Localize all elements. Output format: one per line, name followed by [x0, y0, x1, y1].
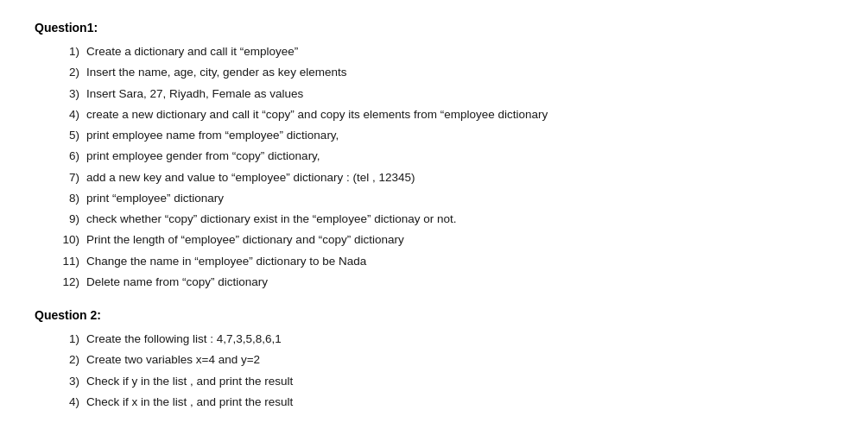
list-item: 5)print employee name from “employee” di…	[60, 127, 833, 144]
list-number: 2)	[60, 351, 86, 369]
list-text: print “employee” dictionary	[86, 190, 833, 207]
list-item: 2)Insert the name, age, city, gender as …	[60, 64, 833, 81]
list-text: Print the length of “employee” dictionar…	[86, 231, 833, 249]
list-text: Insert the name, age, city, gender as ke…	[86, 64, 833, 81]
list-number: 10)	[60, 231, 86, 249]
list-text: print employee gender from “copy” dictio…	[86, 148, 833, 165]
list-number: 9)	[60, 211, 86, 228]
question2-list: 1)Create the following list : 4,7,3,5,8,…	[35, 331, 833, 411]
list-item: 11)Change the name in “employee” diction…	[60, 253, 833, 270]
list-number: 1)	[60, 43, 86, 60]
list-number: 7)	[60, 169, 86, 186]
list-text: Delete name from “copy” dictionary	[86, 274, 833, 291]
list-number: 4)	[60, 394, 86, 411]
question1-title: Question1:	[35, 21, 833, 35]
list-item: 3)Insert Sara, 27, Riyadh, Female as val…	[60, 85, 833, 103]
question1-list: 1)Create a dictionary and call it “emplo…	[35, 43, 833, 291]
list-item: 4)create a new dictionary and call it “c…	[60, 106, 833, 123]
list-text: Check if x in the list , and print the r…	[86, 394, 833, 411]
list-item: 1)Create the following list : 4,7,3,5,8,…	[60, 331, 833, 348]
list-text: Check if y in the list , and print the r…	[86, 373, 833, 390]
list-text: Create the following list : 4,7,3,5,8,6,…	[86, 331, 833, 348]
list-text: create a new dictionary and call it “cop…	[86, 106, 833, 123]
question1-section: Question1: 1)Create a dictionary and cal…	[35, 21, 833, 291]
list-item: 6)print employee gender from “copy” dict…	[60, 148, 833, 165]
list-number: 8)	[60, 190, 86, 207]
list-item: 3)Check if y in the list , and print the…	[60, 373, 833, 390]
list-item: 7)add a new key and value to “employee” …	[60, 169, 833, 186]
list-number: 3)	[60, 373, 86, 390]
list-item: 4)Check if x in the list , and print the…	[60, 394, 833, 411]
question2-title: Question 2:	[35, 308, 833, 322]
list-number: 5)	[60, 127, 86, 144]
list-text: Change the name in “employee” dictionary…	[86, 253, 833, 270]
list-item: 10)Print the length of “employee” dictio…	[60, 231, 833, 249]
page-container: Question1: 1)Create a dictionary and cal…	[0, 0, 868, 448]
list-text: Create a dictionary and call it “employe…	[86, 43, 833, 60]
list-text: Create two variables x=4 and y=2	[86, 351, 833, 369]
list-number: 12)	[60, 274, 86, 291]
list-number: 11)	[60, 253, 86, 270]
list-number: 2)	[60, 64, 86, 81]
list-text: Insert Sara, 27, Riyadh, Female as value…	[86, 85, 833, 103]
list-text: print employee name from “employee” dict…	[86, 127, 833, 144]
list-text: add a new key and value to “employee” di…	[86, 169, 833, 186]
list-number: 1)	[60, 331, 86, 348]
list-text: check whether “copy” dictionary exist in…	[86, 211, 833, 228]
list-item: 9)check whether “copy” dictionary exist …	[60, 211, 833, 228]
list-item: 2)Create two variables x=4 and y=2	[60, 351, 833, 369]
question2-section: Question 2: 1)Create the following list …	[35, 308, 833, 411]
list-number: 3)	[60, 85, 86, 103]
list-number: 6)	[60, 148, 86, 165]
list-number: 4)	[60, 106, 86, 123]
list-item: 12)Delete name from “copy” dictionary	[60, 274, 833, 291]
list-item: 1)Create a dictionary and call it “emplo…	[60, 43, 833, 60]
list-item: 8)print “employee” dictionary	[60, 190, 833, 207]
